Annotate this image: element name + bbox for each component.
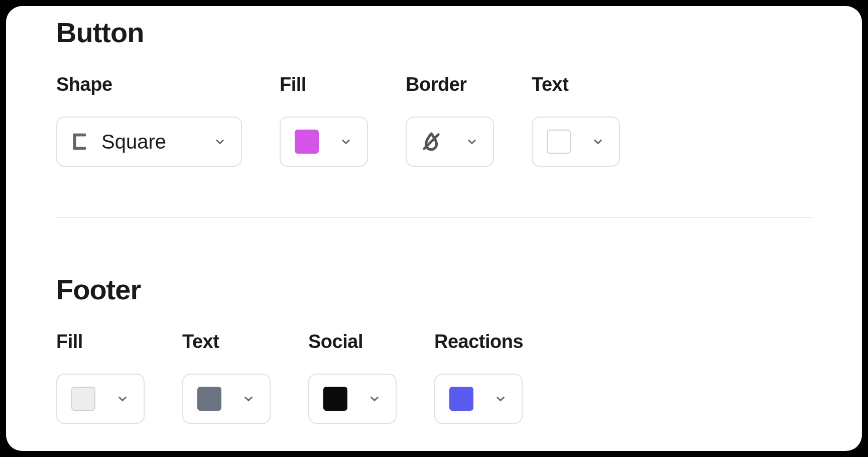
footer-social-label: Social bbox=[308, 331, 397, 353]
footer-reactions-field: Reactions bbox=[434, 331, 523, 424]
chevron-down-icon bbox=[339, 135, 353, 149]
section-divider bbox=[56, 217, 812, 218]
style-settings-panel: Button Shape Square Fill bbox=[6, 6, 862, 451]
button-section-title: Button bbox=[56, 16, 812, 49]
button-text-field: Text bbox=[532, 74, 620, 167]
footer-fill-dropdown[interactable] bbox=[56, 374, 145, 424]
button-border-field: Border bbox=[406, 74, 494, 167]
footer-text-dropdown[interactable] bbox=[182, 374, 271, 424]
chevron-down-icon bbox=[465, 135, 479, 149]
footer-text-label: Text bbox=[182, 331, 271, 353]
button-fill-dropdown[interactable] bbox=[280, 117, 368, 167]
button-text-swatch bbox=[547, 130, 571, 154]
chevron-down-icon bbox=[213, 135, 227, 149]
button-shape-dropdown[interactable]: Square bbox=[56, 117, 242, 167]
chevron-down-icon bbox=[493, 392, 508, 406]
button-shape-value: Square bbox=[101, 131, 203, 153]
button-shape-field: Shape Square bbox=[56, 74, 242, 167]
footer-social-swatch bbox=[323, 387, 347, 411]
button-fill-swatch bbox=[295, 130, 319, 154]
button-text-label: Text bbox=[532, 74, 620, 95]
button-fill-field: Fill bbox=[280, 74, 368, 167]
chevron-down-icon bbox=[241, 392, 256, 406]
footer-controls-row: Fill Text Social bbox=[56, 331, 812, 424]
footer-social-dropdown[interactable] bbox=[308, 374, 397, 424]
footer-social-field: Social bbox=[308, 331, 397, 424]
button-text-dropdown[interactable] bbox=[532, 117, 620, 167]
no-color-icon bbox=[421, 131, 442, 152]
footer-section-title: Footer bbox=[56, 273, 812, 306]
footer-text-field: Text bbox=[182, 331, 271, 424]
footer-fill-swatch bbox=[71, 387, 95, 411]
footer-reactions-dropdown[interactable] bbox=[434, 374, 523, 424]
chevron-down-icon bbox=[115, 392, 130, 406]
button-border-dropdown[interactable] bbox=[406, 117, 494, 167]
chevron-down-icon bbox=[367, 392, 382, 406]
footer-text-swatch bbox=[197, 387, 221, 411]
chevron-down-icon bbox=[591, 135, 605, 149]
button-shape-label: Shape bbox=[56, 74, 242, 95]
square-shape-icon bbox=[71, 132, 91, 152]
footer-reactions-label: Reactions bbox=[434, 331, 523, 353]
footer-reactions-swatch bbox=[449, 387, 473, 411]
button-controls-row: Shape Square Fill Border bbox=[56, 74, 812, 167]
footer-fill-label: Fill bbox=[56, 331, 145, 353]
button-fill-label: Fill bbox=[280, 74, 368, 95]
button-border-label: Border bbox=[406, 74, 494, 95]
footer-fill-field: Fill bbox=[56, 331, 145, 424]
